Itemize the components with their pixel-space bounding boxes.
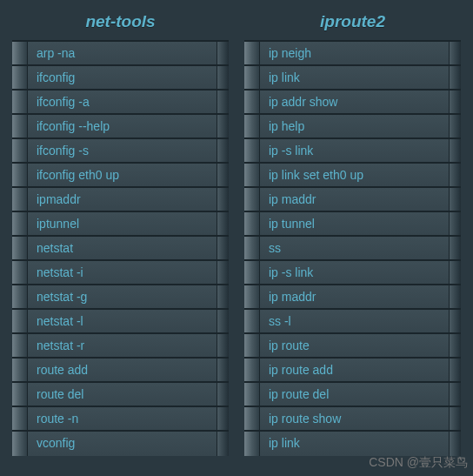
row-edge <box>449 139 461 162</box>
table-row: ifconfig -a <box>12 91 229 115</box>
table-row: ip route <box>244 334 461 359</box>
row-edge <box>449 164 461 186</box>
row-indent <box>244 212 260 235</box>
table-row: route del <box>12 383 229 407</box>
row-edge <box>449 188 461 211</box>
watermark: CSDN @壹只菜鸟 <box>369 455 468 471</box>
command-cell: ip help <box>260 115 449 137</box>
row-edge <box>449 432 461 456</box>
table-row: netstat -g <box>12 285 229 310</box>
row-edge <box>217 285 229 308</box>
row-indent <box>244 432 260 456</box>
table-row: ifconfig --help <box>12 115 229 139</box>
row-indent <box>244 261 260 284</box>
row-indent <box>12 383 28 406</box>
command-cell: ip route del <box>260 383 449 406</box>
row-indent <box>12 139 28 162</box>
row-indent <box>244 310 260 332</box>
row-indent <box>244 91 260 113</box>
command-cell: netstat -g <box>28 285 217 308</box>
table-row: ip neigh <box>244 42 461 66</box>
row-edge <box>449 115 461 137</box>
command-cell: ip -s link <box>260 261 449 284</box>
row-edge <box>449 66 461 89</box>
row-indent <box>244 407 260 430</box>
command-cell: route del <box>28 383 217 406</box>
row-edge <box>217 164 229 186</box>
table-row: ss -l <box>244 310 461 334</box>
row-edge <box>217 139 229 162</box>
command-cell: ip link set eth0 up <box>260 164 449 186</box>
table-row: route add <box>12 359 229 383</box>
command-cell: ifconfig <box>28 66 217 89</box>
header-net-tools: net-tools <box>12 7 229 42</box>
command-cell: netstat -l <box>28 310 217 332</box>
command-cell: ip maddr <box>260 188 449 211</box>
row-edge <box>449 310 461 332</box>
table-row: ifconfig eth0 up <box>12 164 229 188</box>
row-indent <box>12 115 28 137</box>
row-indent <box>244 334 260 357</box>
row-edge <box>449 383 461 406</box>
row-edge <box>217 261 229 284</box>
list-net-tools: arp -naifconfigifconfig -aifconfig --hel… <box>12 42 229 456</box>
table-row: ip route del <box>244 383 461 407</box>
table-row: ip link <box>244 66 461 91</box>
row-indent <box>244 42 260 64</box>
command-cell: ip route show <box>260 407 449 430</box>
command-cell: ipmaddr <box>28 188 217 211</box>
row-indent <box>244 188 260 211</box>
table-row: ip maddr <box>244 285 461 310</box>
row-indent <box>12 164 28 186</box>
command-cell: route add <box>28 359 217 381</box>
row-edge <box>217 188 229 211</box>
command-cell: ip tunnel <box>260 212 449 235</box>
table-row: iptunnel <box>12 212 229 237</box>
table-row: vconfig <box>12 432 229 456</box>
table-row: netstat -r <box>12 334 229 359</box>
table-row: ipmaddr <box>12 188 229 212</box>
row-indent <box>12 359 28 381</box>
command-cell: netstat -i <box>28 261 217 284</box>
header-iproute2: iproute2 <box>244 7 461 42</box>
row-indent <box>244 237 260 259</box>
command-cell: ifconfig eth0 up <box>28 164 217 186</box>
command-cell: ip route add <box>260 359 449 381</box>
command-cell: ip maddr <box>260 285 449 308</box>
row-indent <box>12 310 28 332</box>
row-indent <box>244 164 260 186</box>
command-cell: ss <box>260 237 449 259</box>
command-cell: ip addr show <box>260 91 449 113</box>
row-edge <box>217 115 229 137</box>
table-row: netstat -i <box>12 261 229 285</box>
command-cell: ip link <box>260 66 449 89</box>
row-edge <box>217 237 229 259</box>
row-indent <box>244 139 260 162</box>
column-iproute2: iproute2 ip neighip linkip addr showip h… <box>244 7 461 456</box>
command-cell: ifconfig -s <box>28 139 217 162</box>
table-row: ip help <box>244 115 461 139</box>
row-indent <box>12 261 28 284</box>
table-row: ip maddr <box>244 188 461 212</box>
row-edge <box>449 91 461 113</box>
table-row: ip tunnel <box>244 212 461 237</box>
row-indent <box>12 407 28 430</box>
command-cell: netstat <box>28 237 217 259</box>
table-row: netstat -l <box>12 310 229 334</box>
table-row: ip -s link <box>244 261 461 285</box>
command-cell: vconfig <box>28 432 217 456</box>
table-row: route -n <box>12 407 229 432</box>
command-cell: ip link <box>260 432 449 456</box>
comparison-table: net-tools arp -naifconfigifconfig -aifco… <box>0 0 473 456</box>
list-iproute2: ip neighip linkip addr showip helpip -s … <box>244 42 461 456</box>
row-edge <box>449 261 461 284</box>
row-indent <box>12 432 28 456</box>
row-indent <box>244 383 260 406</box>
command-cell: arp -na <box>28 42 217 64</box>
command-cell: ss -l <box>260 310 449 332</box>
row-edge <box>217 432 229 456</box>
row-indent <box>12 334 28 357</box>
table-row: ip link <box>244 432 461 456</box>
table-row: ifconfig -s <box>12 139 229 164</box>
row-indent <box>12 285 28 308</box>
